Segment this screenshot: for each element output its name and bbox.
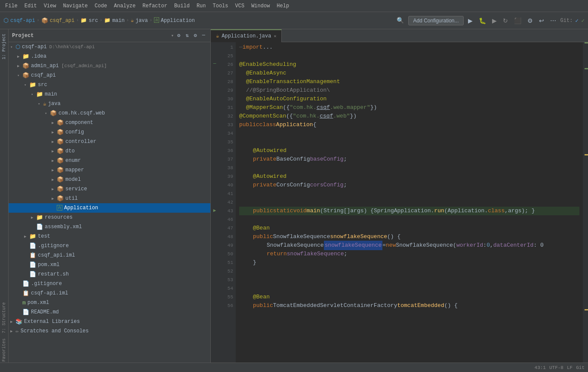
tree-item-gitignore1[interactable]: 📄 .gitignore [9, 241, 210, 251]
tree-item-enumr[interactable]: ▶ 📦 enumr [9, 156, 210, 165]
menu-edit[interactable]: Edit [21, 1, 40, 11]
more-button[interactable]: ⋯ [548, 16, 558, 25]
breadcrumb-csqf-api2[interactable]: csqf_api [50, 18, 75, 24]
code-line-56: public TomcatEmbeddedServletContainerFac… [239, 301, 579, 310]
menu-help[interactable]: Help [273, 1, 292, 11]
tree-item-com-hk[interactable]: ▾ 📦 com.hk.csqf.web [9, 108, 210, 118]
add-configuration-button[interactable]: Add Configuration... [408, 16, 463, 25]
settings-icon[interactable]: ⚙ [526, 16, 535, 25]
tree-item-csqf-api-root[interactable]: ▾ ⬡ csqf-api D:\hnhk\csqf-api [9, 42, 210, 52]
tree-item-config[interactable]: ▶ 📦 config [9, 127, 210, 137]
tree-item-idea[interactable]: ▶ 📁 .idea [9, 52, 210, 61]
breadcrumb-main[interactable]: main [112, 18, 125, 24]
tab-java-icon: ☕ [216, 33, 219, 39]
debug-button[interactable]: 🐛 [477, 16, 488, 25]
editor-area: ☕ Application.java ✕ ─ [211, 29, 588, 372]
tree-item-resources[interactable]: ▶ 📁 resources [9, 213, 210, 222]
tree-label-csqf-api: csqf_api [31, 72, 56, 78]
menu-window[interactable]: Window [248, 1, 273, 11]
line-sep-indicator[interactable]: LF [567, 365, 573, 370]
menu-tools[interactable]: Tools [209, 1, 232, 11]
tree-label-com-hk: com.hk.csqf.web [58, 110, 105, 116]
sidebar-gear-icon[interactable]: ⚙ [175, 31, 182, 40]
git-check-icon: ✓ [581, 17, 585, 24]
tree-item-csqf-api[interactable]: ▾ 📦 csqf_api [9, 71, 210, 80]
tree-item-controller[interactable]: ▶ 📦 controller [9, 137, 210, 146]
undo-button[interactable]: ↩ [537, 16, 546, 25]
editor-tab-application[interactable]: ☕ Application.java ✕ [211, 29, 282, 42]
tree-item-ext-libs[interactable]: ▶ 📚 External Libraries [9, 317, 210, 326]
tree-label-dto: dto [65, 148, 75, 154]
git-branch-indicator[interactable]: Git [576, 365, 585, 370]
tree-item-util[interactable]: ▶ 📦 util [9, 194, 210, 203]
tree-item-restart[interactable]: 📄 restart.sh [9, 270, 210, 279]
menu-refactor[interactable]: Refactor [139, 1, 171, 11]
editor-tabs: ☕ Application.java ✕ [211, 29, 588, 42]
tree-item-admin-api[interactable]: ▶ 📦 admin_api [csqf_admin_api] [9, 61, 210, 71]
tree-label-iml1: csqf_api.iml [38, 252, 75, 258]
line-numbers: 1 25 26 27 28 29 30 31 32 33 34 35 36 37… [219, 42, 236, 372]
tree-item-assembly[interactable]: 📄 assembly.xml [9, 222, 210, 232]
menu-navigate[interactable]: Navigate [59, 1, 91, 11]
expand-arrow-enumr: ▶ [52, 158, 56, 163]
tree-item-service[interactable]: ▶ 📦 service [9, 184, 210, 194]
sidebar-sort-icon[interactable]: ⇅ [184, 31, 190, 40]
tree-item-application[interactable]: 🄰 Application [9, 203, 210, 213]
breadcrumb-java[interactable]: java [135, 18, 148, 24]
chevron-down-icon[interactable]: ▾ [171, 33, 174, 38]
stop-button[interactable]: ⬛ [512, 16, 523, 25]
run-button[interactable]: ▶ [466, 16, 474, 25]
sidebar-settings-icon[interactable]: ⚙ [192, 31, 199, 40]
package-mapper-icon: 📦 [57, 167, 64, 174]
line-col-indicator[interactable]: 43:1 [535, 365, 546, 370]
menu-vcs[interactable]: VCS [232, 1, 248, 11]
menu-file[interactable]: File [2, 1, 21, 11]
menu-build[interactable]: Build [171, 1, 193, 11]
tree-item-gitignore2[interactable]: 📄 .gitignore [9, 279, 210, 288]
tree-item-java[interactable]: ▾ ☕ java [9, 99, 210, 108]
tree-item-pom1[interactable]: 📄 pom.xml [9, 260, 210, 270]
tree-item-iml2[interactable]: 📋 csqf-api.iml [9, 288, 210, 298]
breadcrumb-csqf-api[interactable]: csqf-api [10, 18, 35, 24]
menu-code[interactable]: Code [91, 1, 111, 11]
code-line-38 [239, 164, 579, 172]
tree-item-src[interactable]: ▾ 📁 src [9, 80, 210, 90]
tree-item-main[interactable]: ▾ 📁 main [9, 90, 210, 99]
gitignore-icon-2: 📄 [22, 280, 29, 287]
menu-view[interactable]: View [40, 1, 60, 11]
search-everywhere-icon[interactable]: 🔍 [395, 16, 406, 25]
tab-close-button[interactable]: ✕ [274, 34, 276, 39]
code-line-42 [239, 198, 579, 207]
tree-item-component[interactable]: ▶ 📦 component [9, 118, 210, 127]
tree-label-application: Application [64, 205, 98, 211]
scratches-icon: ✏ [15, 328, 19, 335]
breadcrumb-sep-2: › [76, 18, 79, 23]
breadcrumb-application[interactable]: Application [161, 18, 195, 24]
folder-idea-icon: 📁 [22, 53, 29, 60]
tree-item-pom2[interactable]: m pom.xml [9, 298, 210, 307]
tree-item-scratches[interactable]: ▶ ✏ Scratches and Consoles [9, 326, 210, 336]
tree-item-model[interactable]: ▶ 📦 model [9, 175, 210, 184]
rerun-button[interactable]: ↻ [501, 16, 510, 25]
encoding-indicator[interactable]: UTF-8 [549, 365, 563, 370]
sidebar-collapse-icon[interactable]: — [200, 31, 207, 40]
tree-item-test[interactable]: ▶ 📁 test [9, 232, 210, 241]
run-with-coverage-button[interactable]: ▶ [490, 16, 499, 25]
tree-label-admin-suffix: [csqf_admin_api] [62, 63, 107, 68]
code-content[interactable]: ─ import ... @EnableScheduling @EnableAs… [236, 42, 583, 372]
git-sync-icon: ✓ [575, 17, 579, 24]
expand-arrow-resources: ▶ [31, 215, 35, 220]
tree-label-path: D:\hnhk\csqf-api [49, 44, 95, 50]
project-tab-vertical[interactable]: 1: Project [1, 31, 7, 62]
menu-analyze[interactable]: Analyze [111, 1, 139, 11]
tree-item-iml1[interactable]: 📋 csqf_api.iml [9, 251, 210, 260]
breadcrumb-src[interactable]: src [89, 18, 98, 24]
structure-tab-vertical[interactable]: 7: Structure [1, 300, 7, 336]
tree-item-dto[interactable]: ▶ 📦 dto [9, 146, 210, 156]
expand-arrow-idea: ▶ [17, 54, 22, 59]
tree-item-mapper[interactable]: ▶ 📦 mapper [9, 165, 210, 175]
expand-arrow-csqf-api: ▾ [10, 45, 15, 50]
menu-run[interactable]: Run [193, 1, 209, 11]
code-line-34 [239, 129, 579, 138]
tree-item-readme[interactable]: 📄 README.md [9, 307, 210, 317]
